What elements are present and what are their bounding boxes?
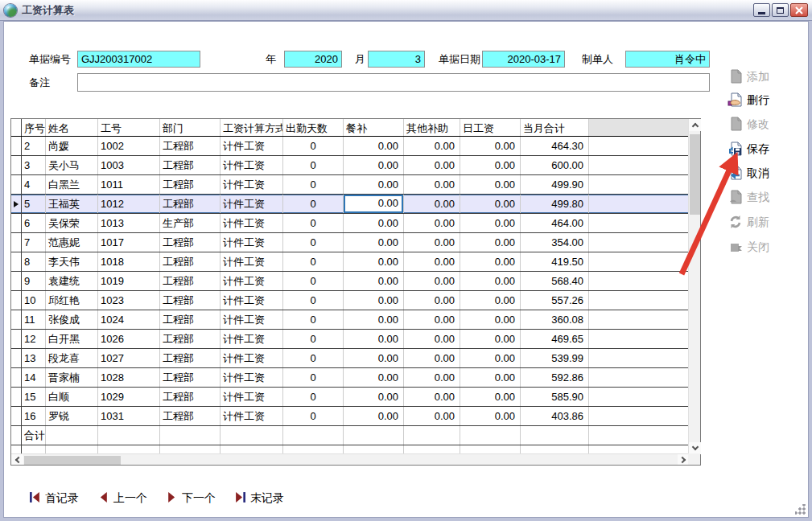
cell-employee-id[interactable]: 1029 (98, 388, 160, 406)
cell-employee-id[interactable]: 1031 (98, 407, 160, 425)
cell-index[interactable]: 8 (22, 252, 46, 271)
cell-calc-method[interactable]: 计件工资 (221, 252, 283, 271)
cell-daily-wage[interactable]: 0.00 (460, 195, 521, 213)
cell-other-allowance[interactable]: 0.00 (404, 175, 460, 194)
cell-attendance-days[interactable]: 0 (283, 214, 344, 232)
doc-date-input[interactable] (482, 51, 565, 68)
cell-meal-allowance[interactable]: 0.00 (344, 175, 404, 194)
cell-calc-method[interactable]: 计件工资 (221, 291, 283, 310)
table-row[interactable]: 9袁建统1019工程部计件工资00.000.000.00568.40 (11, 272, 690, 291)
table-row[interactable]: 10邱红艳1023工程部计件工资00.000.000.00557.26 (11, 291, 690, 310)
delete-row-button[interactable]: 删行 (728, 92, 789, 109)
cell-name[interactable]: 吴保荣 (46, 214, 98, 232)
cell-employee-id[interactable]: 1003 (98, 156, 160, 174)
cell-daily-wage[interactable]: 0.00 (460, 214, 521, 232)
cell-daily-wage[interactable]: 0.00 (460, 330, 521, 348)
cell-employee-id[interactable]: 1023 (98, 291, 160, 310)
scroll-left-button[interactable] (11, 454, 23, 465)
cell-other-allowance[interactable]: 0.00 (404, 291, 460, 310)
cell-index[interactable]: 10 (22, 291, 46, 310)
cell-index[interactable]: 15 (22, 388, 46, 406)
horizontal-scrollbar[interactable] (11, 453, 690, 465)
cell-employee-id[interactable]: 1024 (98, 310, 160, 329)
cell-name[interactable]: 白顺 (46, 388, 98, 406)
cell-month-total[interactable]: 464.30 (521, 137, 589, 155)
month-input[interactable] (368, 51, 425, 68)
cell-meal-allowance[interactable]: 0.00 (344, 156, 404, 174)
cell-attendance-days[interactable]: 0 (283, 291, 344, 310)
cell-daily-wage[interactable]: 0.00 (460, 272, 521, 290)
cell-index[interactable]: 2 (22, 137, 46, 155)
close-button[interactable] (790, 3, 808, 17)
cell-employee-id[interactable]: 1012 (98, 195, 160, 213)
cell-attendance-days[interactable]: 0 (283, 233, 344, 252)
cell-employee-id[interactable]: 1011 (98, 175, 160, 194)
cell-index[interactable]: 14 (22, 368, 46, 387)
cell-daily-wage[interactable]: 0.00 (460, 368, 521, 387)
cell-meal-allowance[interactable]: 0.00 (344, 233, 404, 252)
cell-month-total[interactable]: 600.00 (521, 156, 589, 174)
cell-month-total[interactable]: 499.90 (521, 175, 589, 194)
cell-attendance-days[interactable]: 0 (283, 175, 344, 194)
cell-calc-method[interactable]: 计件工资 (221, 137, 283, 155)
cell-name[interactable]: 罗锐 (46, 407, 98, 425)
cell-daily-wage[interactable]: 0.00 (460, 137, 521, 155)
cell-daily-wage[interactable]: 0.00 (460, 349, 521, 367)
cell-name[interactable]: 尚媛 (46, 137, 98, 155)
cell-month-total[interactable]: 360.08 (521, 310, 589, 329)
save-button[interactable]: 保存 (728, 141, 789, 158)
cell-employee-id[interactable]: 1017 (98, 233, 160, 252)
table-row[interactable]: 6吴保荣1013生产部计件工资00.000.000.00464.00 (11, 214, 690, 233)
cell-meal-allowance[interactable]: 0.00 (344, 291, 404, 310)
resize-grip[interactable] (795, 504, 806, 515)
cell-other-allowance[interactable]: 0.00 (404, 330, 460, 348)
cell-meal-allowance[interactable]: 0.00 (344, 214, 404, 232)
cancel-button[interactable]: 取消 (728, 165, 789, 183)
cell-other-allowance[interactable]: 0.00 (404, 368, 460, 387)
cell-month-total[interactable]: 568.40 (521, 272, 589, 290)
cell-calc-method[interactable]: 计件工资 (221, 272, 283, 290)
cell-other-allowance[interactable]: 0.00 (404, 214, 460, 232)
cell-daily-wage[interactable]: 0.00 (460, 310, 521, 329)
cell-name[interactable]: 白开黑 (46, 330, 98, 348)
cell-attendance-days[interactable]: 0 (283, 330, 344, 348)
cell-department[interactable]: 工程部 (160, 137, 221, 155)
cell-calc-method[interactable]: 计件工资 (221, 349, 283, 367)
cell-index[interactable]: 5 (22, 195, 46, 213)
cell-employee-id[interactable]: 1018 (98, 252, 160, 271)
table-row[interactable]: 3吴小马1003工程部计件工资00.000.000.00600.00 (11, 156, 690, 175)
cell-calc-method[interactable]: 计件工资 (221, 388, 283, 406)
cell-month-total[interactable]: 592.86 (521, 368, 589, 387)
cell-attendance-days[interactable]: 0 (283, 252, 344, 271)
refresh-button[interactable]: 刷新 (728, 214, 789, 232)
cell-other-allowance[interactable]: 0.00 (404, 137, 460, 155)
cell-department[interactable]: 工程部 (160, 252, 221, 271)
cell-calc-method[interactable]: 计件工资 (221, 195, 283, 213)
cell-index[interactable]: 16 (22, 407, 46, 425)
cell-department[interactable]: 工程部 (160, 368, 221, 387)
scroll-up-button[interactable] (689, 119, 701, 131)
table-row[interactable]: 14晋家楠1028工程部计件工资00.000.000.00592.86 (11, 368, 690, 388)
cell-meal-allowance[interactable]: 0.00 (344, 407, 404, 425)
cell-other-allowance[interactable]: 0.00 (404, 407, 460, 425)
cell-index[interactable]: 4 (22, 175, 46, 194)
cell-meal-allowance[interactable]: 0.00 (344, 137, 404, 155)
remark-input[interactable] (77, 73, 710, 92)
first-record-button[interactable]: 首记录 (29, 490, 79, 507)
table-row[interactable]: 11张俊成1024工程部计件工资00.000.000.00360.08 (11, 310, 690, 330)
cell-index[interactable]: 7 (22, 233, 46, 252)
cell-name[interactable]: 袁建统 (46, 272, 98, 290)
cell-month-total[interactable]: 419.50 (521, 252, 589, 271)
cell-index[interactable]: 13 (22, 349, 46, 367)
cell-department[interactable]: 工程部 (160, 272, 221, 290)
cell-attendance-days[interactable]: 0 (283, 156, 344, 174)
cell-month-total[interactable]: 403.86 (521, 407, 589, 425)
next-record-button[interactable]: 下一个 (166, 490, 216, 507)
cell-meal-allowance[interactable]: 0.00 (344, 349, 404, 367)
cell-name[interactable]: 李天伟 (46, 252, 98, 271)
cell-meal-allowance[interactable]: 0.00 (344, 252, 404, 271)
doc-no-input[interactable] (77, 51, 200, 68)
cell-daily-wage[interactable]: 0.00 (460, 407, 521, 425)
cell-calc-method[interactable]: 计件工资 (221, 214, 283, 232)
cell-daily-wage[interactable]: 0.00 (460, 252, 521, 271)
